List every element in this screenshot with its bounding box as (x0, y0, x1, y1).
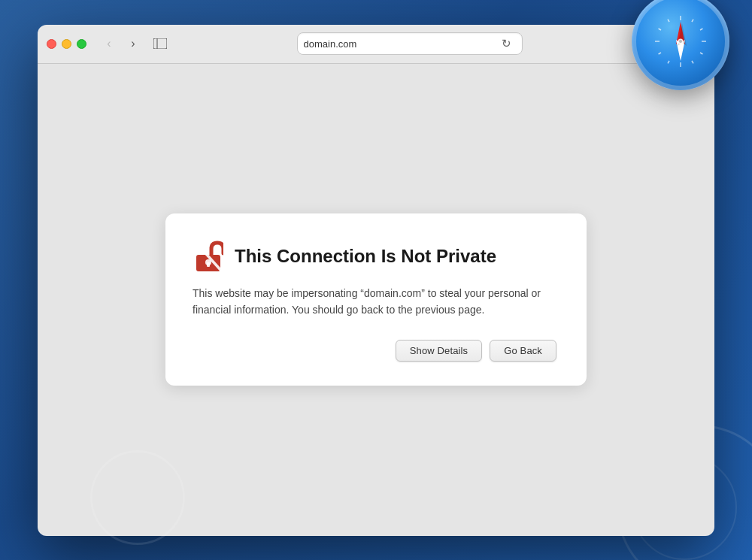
address-text: domain.com (304, 38, 357, 50)
svg-line-7 (668, 61, 669, 63)
reload-button[interactable]: ↻ (498, 35, 516, 53)
svg-rect-22 (207, 262, 210, 267)
show-details-button[interactable]: Show Details (396, 340, 482, 362)
lock-icon-container (193, 241, 224, 272)
broken-lock-icon (193, 240, 223, 273)
svg-rect-17 (153, 38, 167, 49)
browser-window: ‹ › domain.com ↻ (38, 25, 714, 536)
safari-icon (632, 0, 729, 90)
nav-buttons: ‹ › (99, 33, 144, 54)
minimize-button[interactable] (62, 39, 71, 49)
sidebar-toggle-button[interactable] (150, 33, 171, 54)
error-card: This Connection Is Not Private This webs… (165, 213, 587, 385)
error-title: This Connection Is Not Private (235, 246, 496, 268)
svg-line-10 (659, 29, 661, 30)
maximize-button[interactable] (77, 39, 86, 49)
svg-line-11 (668, 20, 669, 22)
svg-point-16 (679, 40, 682, 43)
traffic-lights (47, 39, 86, 49)
address-bar[interactable]: domain.com ↻ (297, 32, 523, 55)
error-actions: Show Details Go Back (193, 340, 556, 362)
svg-line-8 (659, 53, 661, 54)
svg-line-5 (692, 61, 693, 63)
browser-toolbar: ‹ › domain.com ↻ (38, 25, 714, 64)
svg-line-2 (700, 29, 702, 30)
error-description: This website may be impersonating “domai… (193, 286, 556, 318)
forward-button[interactable]: › (123, 33, 144, 54)
toolbar-center: domain.com ↻ (180, 32, 639, 55)
close-button[interactable] (47, 39, 56, 49)
content-area: This Connection Is Not Private This webs… (38, 64, 714, 536)
back-button[interactable]: ‹ (99, 33, 120, 54)
svg-line-4 (700, 53, 702, 54)
go-back-button[interactable]: Go Back (490, 340, 556, 362)
error-header: This Connection Is Not Private (193, 241, 556, 272)
svg-line-1 (692, 20, 693, 22)
